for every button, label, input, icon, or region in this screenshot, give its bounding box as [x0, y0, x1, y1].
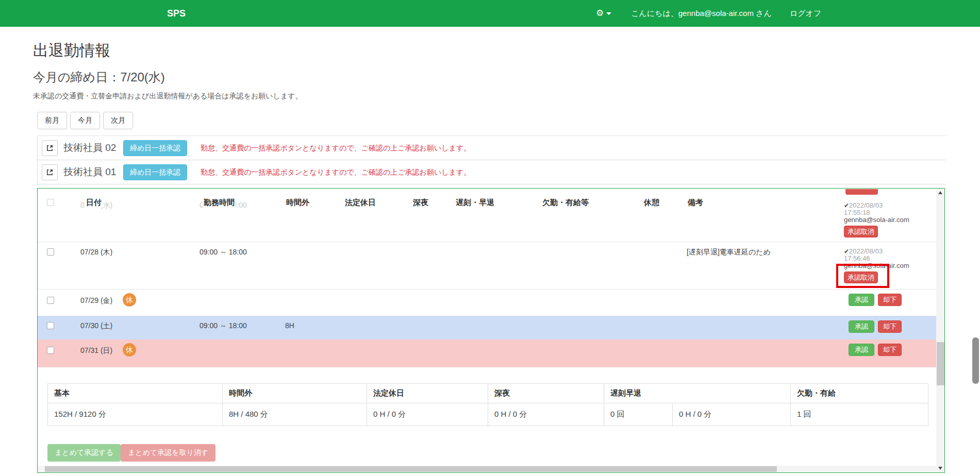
horizontal-scrollbar-thumb[interactable] — [45, 466, 777, 472]
horizontal-scrollbar[interactable] — [38, 466, 936, 472]
check-icon: ✔ — [844, 248, 849, 255]
scroll-down-arrow-icon[interactable] — [938, 467, 942, 470]
summary-header: 遅刻早退 — [604, 384, 791, 403]
page-title: 出退勤情報 — [33, 40, 110, 61]
bulk-approve-warning: 勤怠、交通費の一括承認ボタンとなりますので、ご確認の上ご承認お願いします。 — [201, 144, 471, 153]
summary-header: 法定休日 — [367, 384, 488, 403]
summary-value: 0 回 — [604, 403, 673, 426]
sunday-row-background — [38, 339, 936, 367]
row-checkbox[interactable] — [47, 322, 54, 329]
reject-button[interactable]: 却下 — [878, 320, 902, 333]
summary-value: 8H / 480 分 — [223, 403, 367, 426]
saturday-row-background — [38, 316, 936, 339]
summary-value: 0 H / 0 分 — [488, 403, 604, 426]
navbar: SPS ⚙ こんにちは、gennba@sola-air.com さん ログオフ — [0, 0, 980, 27]
col-header-overtime: 時間外 — [285, 198, 310, 208]
row-checkbox[interactable] — [47, 248, 54, 256]
cancel-all-button[interactable]: まとめて承認を取り消す — [121, 444, 215, 462]
approval-date: 2022/08/03 — [849, 201, 883, 209]
approve-button[interactable]: 承認 — [849, 294, 874, 306]
vertical-scrollbar-thumb[interactable] — [937, 342, 944, 385]
open-employee-button[interactable] — [42, 140, 58, 156]
closing-date-heading: 今月の締め日：7/20(水) — [33, 69, 165, 86]
gear-icon: ⚙ — [596, 8, 604, 18]
logoff-link[interactable]: ログオフ — [790, 0, 821, 27]
approval-time: 17:55:18 — [844, 209, 932, 216]
approval-info-0728: ✔2022/08/03 17:56:46 gennba@sola-air.com… — [844, 248, 932, 283]
summary-header-row: 基本 時間外 法定休日 深夜 遅刻早退 欠勤・有給 — [48, 384, 928, 403]
app-brand: SPS — [167, 0, 186, 27]
holiday-badge: 休 — [123, 343, 136, 356]
closing-day-bulk-approve-button[interactable]: 締め日一括承認 — [123, 164, 187, 180]
scrolled-cancel-button-fragment — [845, 189, 878, 195]
row-date: 07/29 (金) — [80, 296, 112, 305]
summary-value: 0 H / 0 分 — [367, 403, 488, 426]
approve-button[interactable]: 承認 — [849, 344, 874, 356]
row-work-time: 09:00 ～ 18:00 — [200, 321, 247, 331]
col-header-late-early: 遅刻・早退 — [455, 198, 495, 208]
employee-row: 技術社員 02 締め日一括承認 勤怠、交通費の一括承認ボタンとなりますので、ご確… — [38, 136, 946, 160]
summary-header: 深夜 — [488, 384, 604, 403]
approval-notice: 未承認の交通費・立替金申請および出退勤情報がある場合は承認をお願いします。 — [33, 92, 303, 101]
col-header-date: 日付 — [85, 198, 103, 208]
col-header-night: 深夜 — [412, 198, 429, 208]
closing-day-bulk-approve-button[interactable]: 締め日一括承認 — [123, 140, 187, 156]
approver-email: gennba@sola-air.com — [844, 216, 932, 224]
cancel-approval-button[interactable]: 承認取消 — [844, 271, 878, 283]
col-header-absence: 欠勤・有給等 — [541, 198, 590, 208]
cancel-approval-button[interactable]: 承認取消 — [844, 226, 878, 237]
summary-value: 1 回 — [791, 403, 928, 426]
reject-button[interactable]: 却下 — [878, 344, 902, 356]
external-link-icon — [46, 144, 54, 152]
row-overtime: 8H — [285, 321, 294, 330]
settings-menu[interactable]: ⚙ — [596, 0, 611, 27]
current-month-button[interactable]: 今月 — [70, 112, 100, 129]
row-checkbox[interactable] — [47, 199, 54, 206]
bulk-approve-warning: 勤怠、交通費の一括承認ボタンとなりますので、ご確認の上ご承認お願いします。 — [201, 168, 471, 177]
row-checkbox[interactable] — [47, 347, 54, 354]
check-icon: ✔ — [844, 202, 849, 209]
open-employee-button[interactable] — [42, 164, 58, 180]
row-note: [遅刻早退]電車遅延のため — [687, 248, 771, 257]
col-header-note: 備考 — [687, 198, 704, 208]
summary-value-row: 152H / 9120 分 8H / 480 分 0 H / 0 分 0 H /… — [48, 403, 928, 426]
employee-row: 技術社員 01 締め日一括承認 勤怠、交通費の一括承認ボタンとなりますので、ご確… — [38, 160, 946, 184]
summary-value: 152H / 9120 分 — [48, 403, 223, 426]
col-header-work-time: 勤務時間 — [203, 198, 236, 208]
vertical-scrollbar[interactable] — [936, 189, 945, 472]
row-date: 07/28 (木) — [80, 248, 112, 257]
row-divider — [38, 289, 936, 290]
col-header-break: 休憩 — [643, 198, 660, 208]
employee-list: 技術社員 02 締め日一括承認 勤怠、交通費の一括承認ボタンとなりますので、ご確… — [37, 135, 946, 185]
row-divider — [38, 242, 936, 242]
user-greeting: こんにちは、gennba@sola-air.com さん — [631, 0, 772, 27]
approve-all-button[interactable]: まとめて承認する — [47, 444, 121, 462]
next-month-button[interactable]: 次月 — [103, 112, 133, 129]
page-scrollbar-thumb[interactable] — [972, 337, 979, 384]
approval-info-0727: ✔2022/08/03 17:55:18 gennba@sola-air.com… — [844, 202, 932, 237]
summary-value: 0 H / 0 分 — [673, 403, 791, 426]
approve-button[interactable]: 承認 — [849, 320, 874, 333]
approval-date: 2022/08/03 — [849, 247, 883, 255]
prev-month-button[interactable]: 前月 — [37, 112, 67, 129]
summary-header: 時間外 — [223, 384, 367, 403]
row-date: 07/30 (土) — [80, 321, 112, 331]
approval-time: 17:56:46 — [844, 255, 932, 262]
scroll-up-arrow-icon[interactable] — [938, 191, 942, 194]
row-checkbox[interactable] — [47, 297, 54, 304]
row-work-time: 09:00 ～ 18:00 — [200, 248, 247, 257]
summary-header: 欠勤・有給 — [791, 384, 928, 403]
reject-button[interactable]: 却下 — [878, 294, 902, 306]
employee-name: 技術社員 01 — [63, 165, 116, 179]
approver-email: gennba@sola-air.com — [844, 262, 932, 269]
summary-header: 基本 — [48, 384, 223, 403]
row-date: 07/31 (日) — [80, 346, 112, 355]
summary-table: 基本 時間外 法定休日 深夜 遅刻早退 欠勤・有給 152H / 9120 分 … — [47, 383, 928, 426]
chevron-down-icon — [606, 12, 611, 15]
col-header-legal-holiday: 法定休日 — [344, 198, 377, 208]
employee-name: 技術社員 02 — [63, 141, 116, 155]
external-link-icon — [46, 168, 54, 176]
attendance-panel: 07/27 (水) 09:00 ～ 18:00 日付 勤務時間 時間外 法定休日… — [37, 188, 945, 473]
holiday-badge: 休 — [123, 293, 136, 307]
